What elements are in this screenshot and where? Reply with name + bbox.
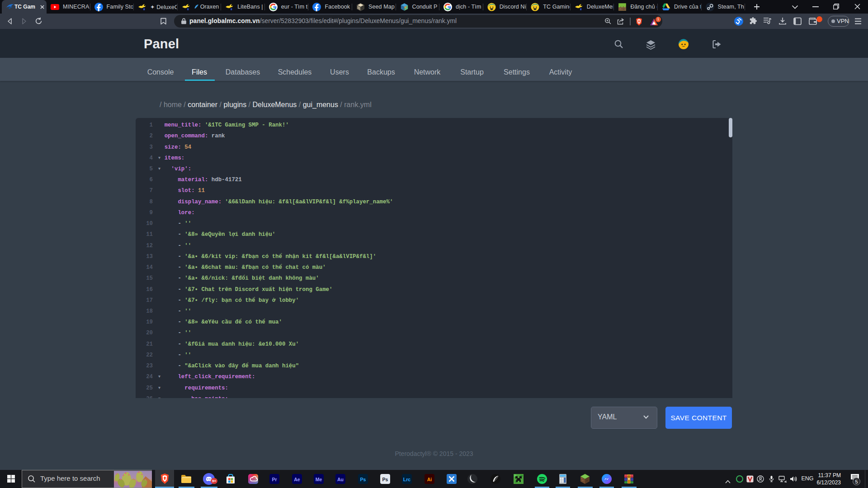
svg-text:Ai: Ai: [427, 477, 432, 482]
svg-text:Lrc: Lrc: [403, 477, 411, 482]
svg-text:Ps: Ps: [360, 477, 366, 482]
svg-text:Ps: Ps: [382, 477, 388, 482]
svg-text:Me: Me: [316, 477, 322, 482]
svg-text:Ae: Ae: [294, 477, 300, 482]
svg-text:Pr: Pr: [272, 477, 277, 482]
svg-text:Au: Au: [337, 477, 344, 482]
